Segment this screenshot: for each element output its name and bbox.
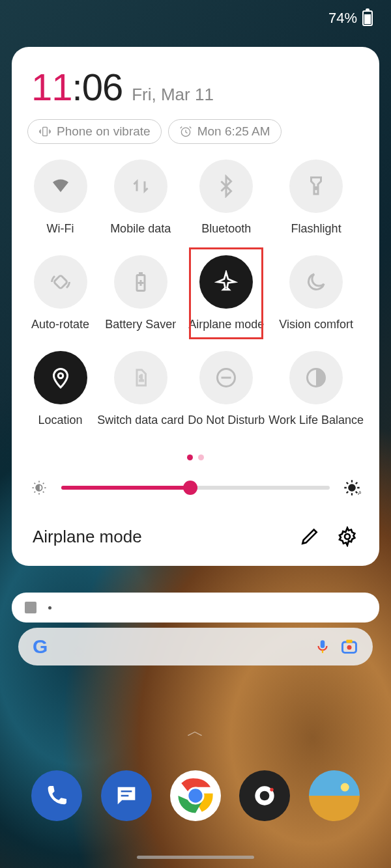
wifi-icon: [49, 175, 72, 198]
moon-icon: [304, 270, 328, 294]
tile-work-life[interactable]: Work Life Balance: [268, 351, 364, 427]
bluetooth-icon: [214, 175, 238, 198]
pager-dot-0[interactable]: [187, 455, 193, 460]
tile-location-label: Location: [38, 413, 83, 427]
tile-bluetooth-label: Bluetooth: [201, 222, 251, 236]
clock-date: Fri, Mar 11: [132, 85, 214, 105]
battery-percent: 74%: [328, 10, 357, 27]
dock-phone[interactable]: [31, 770, 82, 821]
edit-button[interactable]: [296, 523, 323, 550]
status-chips: Phone on vibrate Mon 6:25 AM: [27, 119, 368, 144]
nav-home-handle[interactable]: [137, 856, 254, 859]
tile-vision-comfort[interactable]: Vision comfort: [268, 255, 364, 331]
dock-messages[interactable]: [101, 770, 152, 821]
clock-row[interactable]: 11:06 Fri, Mar 11: [23, 65, 368, 109]
tile-wifi-label: Wi-Fi: [47, 222, 74, 236]
brightness-slider[interactable]: [61, 486, 330, 490]
battery-icon: [362, 10, 373, 26]
svg-point-2: [315, 188, 317, 189]
chip-alarm-label: Mon 6:25 AM: [197, 124, 270, 139]
svg-point-22: [270, 788, 274, 792]
tile-dnd-label: Do Not Disturb: [188, 413, 265, 427]
tile-flashlight-label: Flashlight: [291, 222, 341, 236]
svg-point-15: [347, 645, 352, 650]
svg-text:A: A: [358, 490, 361, 496]
sim-icon: 1: [129, 366, 152, 389]
brightness-fill: [61, 486, 190, 490]
svg-rect-0: [43, 127, 48, 135]
svg-point-12: [345, 534, 350, 539]
chip-vibrate-label: Phone on vibrate: [57, 124, 151, 139]
svg-rect-3: [53, 275, 67, 288]
chrome-icon: [177, 777, 214, 815]
notification-bar[interactable]: [12, 593, 379, 623]
svg-point-5: [58, 373, 63, 378]
messages-icon: [113, 783, 139, 809]
dock-camera[interactable]: [239, 770, 290, 821]
chip-vibrate[interactable]: Phone on vibrate: [27, 119, 162, 144]
notification-image-icon: [25, 602, 36, 613]
tile-mobile-data[interactable]: Mobile data: [97, 160, 184, 236]
dnd-icon: [214, 366, 238, 389]
expand-caret[interactable]: ︿: [187, 720, 204, 742]
footer-title: Airplane mode: [33, 527, 285, 547]
svg-point-10: [348, 484, 356, 492]
vibrate-icon: [38, 125, 51, 138]
svg-rect-13: [321, 640, 325, 648]
brightness-low-icon: [30, 479, 48, 497]
auto-rotate-icon: [49, 270, 72, 294]
chip-alarm[interactable]: Mon 6:25 AM: [168, 119, 282, 144]
status-bar: 74%: [0, 0, 391, 36]
flashlight-icon: [304, 175, 328, 198]
tile-work-life-label: Work Life Balance: [268, 413, 364, 427]
clock-time: 11:06: [31, 65, 123, 109]
dock: [0, 770, 391, 821]
alarm-icon: [179, 125, 192, 138]
tile-switch-data[interactable]: 1 Switch data card: [97, 351, 184, 427]
tile-wifi[interactable]: Wi-Fi: [27, 160, 93, 236]
work-life-icon: [304, 366, 328, 389]
tile-battery-saver-label: Battery Saver: [105, 318, 176, 331]
gear-icon: [337, 526, 358, 547]
camera-icon: [250, 781, 279, 810]
quick-settings-panel[interactable]: 11:06 Fri, Mar 11 Phone on vibrate Mon 6…: [12, 47, 379, 566]
mic-icon[interactable]: [314, 638, 331, 655]
svg-rect-16: [346, 640, 352, 643]
tile-flashlight[interactable]: Flashlight: [268, 160, 364, 236]
tile-bluetooth[interactable]: Bluetooth: [188, 160, 265, 236]
mobile-data-icon: [129, 175, 152, 198]
google-logo: G: [33, 636, 48, 658]
tile-auto-rotate[interactable]: Auto-rotate: [27, 255, 93, 331]
tile-battery-saver[interactable]: Battery Saver: [97, 255, 184, 331]
tiles-grid: Wi-Fi Mobile data Bluetooth Flashlight A…: [23, 160, 368, 427]
tile-dnd[interactable]: Do Not Disturb: [188, 351, 265, 427]
tile-auto-rotate-label: Auto-rotate: [31, 318, 89, 331]
brightness-auto-icon[interactable]: A: [343, 479, 361, 497]
clock-minutes: 06: [82, 66, 123, 108]
pager-dot-1[interactable]: [198, 455, 204, 460]
tile-vision-comfort-label: Vision comfort: [279, 318, 353, 331]
svg-text:1: 1: [139, 374, 143, 383]
battery-saver-icon: [129, 270, 152, 294]
phone-icon: [44, 783, 70, 809]
dock-chrome[interactable]: [170, 770, 221, 821]
pencil-icon: [299, 526, 320, 547]
svg-point-23: [340, 783, 349, 792]
dock-app-5[interactable]: [309, 770, 360, 821]
brightness-row: A: [30, 479, 361, 497]
tile-airplane[interactable]: Airplane mode: [188, 255, 265, 331]
panel-footer: Airplane mode: [23, 523, 368, 554]
pager: [23, 455, 368, 460]
tile-switch-data-label: Switch data card: [97, 413, 184, 427]
clock-hours: 11: [31, 66, 72, 108]
location-icon: [49, 366, 72, 389]
brightness-thumb[interactable]: [183, 481, 197, 495]
horizon-icon: [309, 770, 360, 821]
notification-dot: [48, 606, 51, 609]
highlight-box: [189, 247, 263, 339]
lens-icon[interactable]: [340, 637, 358, 656]
tile-location[interactable]: Location: [27, 351, 93, 427]
settings-button[interactable]: [334, 523, 361, 550]
google-search-bar[interactable]: G: [18, 628, 373, 665]
svg-point-21: [260, 791, 270, 801]
